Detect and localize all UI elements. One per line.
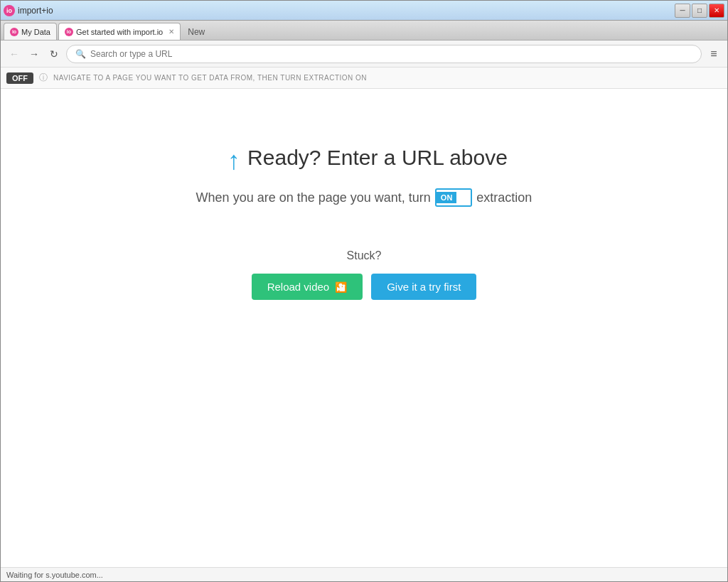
close-button[interactable]: ✕ xyxy=(709,4,724,18)
tab-new[interactable]: New xyxy=(182,24,210,40)
restore-button[interactable]: □ xyxy=(692,4,707,18)
tab-get-started-icon: io xyxy=(65,28,73,36)
tab-my-data-icon: io xyxy=(10,28,18,36)
search-icon: 🔍 xyxy=(75,49,86,59)
refresh-button[interactable]: ↻ xyxy=(46,46,62,62)
app-icon: io xyxy=(4,5,15,16)
extraction-toggle[interactable]: OFF xyxy=(6,72,33,84)
url-bar[interactable]: 🔍 xyxy=(66,45,702,63)
browser-window: io import+io ─ □ ✕ io My Data io Get sta… xyxy=(0,0,728,582)
stuck-label: Stuck? xyxy=(347,249,382,262)
minimize-button[interactable]: ─ xyxy=(675,4,690,18)
back-button[interactable]: ← xyxy=(6,46,22,62)
nav-bar: ← → ↻ 🔍 ≡ xyxy=(1,41,727,68)
subtitle-after: extraction xyxy=(476,190,532,205)
extension-bar: OFF ⓘ NAVIGATE TO A PAGE YOU WANT TO GET… xyxy=(1,68,727,89)
give-it-a-try-button[interactable]: Give it a try first xyxy=(371,274,476,300)
reload-video-button[interactable]: Reload video 🎦 xyxy=(252,274,363,300)
tab-close-icon[interactable]: ✕ xyxy=(168,28,174,36)
tab-bar: io My Data io Get started with import.io… xyxy=(1,21,727,41)
ext-info-label: NAVIGATE TO A PAGE YOU WANT TO GET DATA … xyxy=(53,74,367,82)
tab-get-started-label: Get started with import.io xyxy=(76,28,163,36)
info-icon: ⓘ xyxy=(39,72,48,84)
forward-button[interactable]: → xyxy=(26,46,42,62)
status-text: Waiting for s.youtube.com... xyxy=(6,571,103,579)
window-title: import+io xyxy=(18,6,53,16)
subtitle-before: When you are on the page you want, turn xyxy=(196,190,431,205)
hero-title: Ready? Enter a URL above xyxy=(247,146,508,170)
tab-my-data[interactable]: io My Data xyxy=(4,23,57,40)
reload-video-label: Reload video xyxy=(267,281,330,293)
video-camera-icon: 🎦 xyxy=(335,281,347,293)
status-bar: Waiting for s.youtube.com... xyxy=(1,567,727,581)
title-bar: io import+io ─ □ ✕ xyxy=(1,1,727,21)
menu-button[interactable]: ≡ xyxy=(706,46,722,62)
url-input[interactable] xyxy=(90,49,692,59)
toggle-off-part xyxy=(456,190,471,205)
buttons-row: Reload video 🎦 Give it a try first xyxy=(252,274,477,300)
tab-get-started[interactable]: io Get started with import.io ✕ xyxy=(58,23,181,40)
main-content: ↑ Ready? Enter a URL above When you are … xyxy=(1,89,727,567)
hero-section: ↑ Ready? Enter a URL above When you are … xyxy=(196,146,532,207)
hero-subtitle: When you are on the page you want, turn … xyxy=(196,188,532,207)
window-controls: ─ □ ✕ xyxy=(675,4,724,18)
toggle-pill[interactable]: ON xyxy=(435,188,473,207)
tab-my-data-label: My Data xyxy=(21,28,50,36)
stuck-section: Stuck? Reload video 🎦 Give it a try firs… xyxy=(252,249,477,300)
toggle-on-label: ON xyxy=(437,192,457,203)
arrow-up-icon: ↑ xyxy=(228,146,240,176)
